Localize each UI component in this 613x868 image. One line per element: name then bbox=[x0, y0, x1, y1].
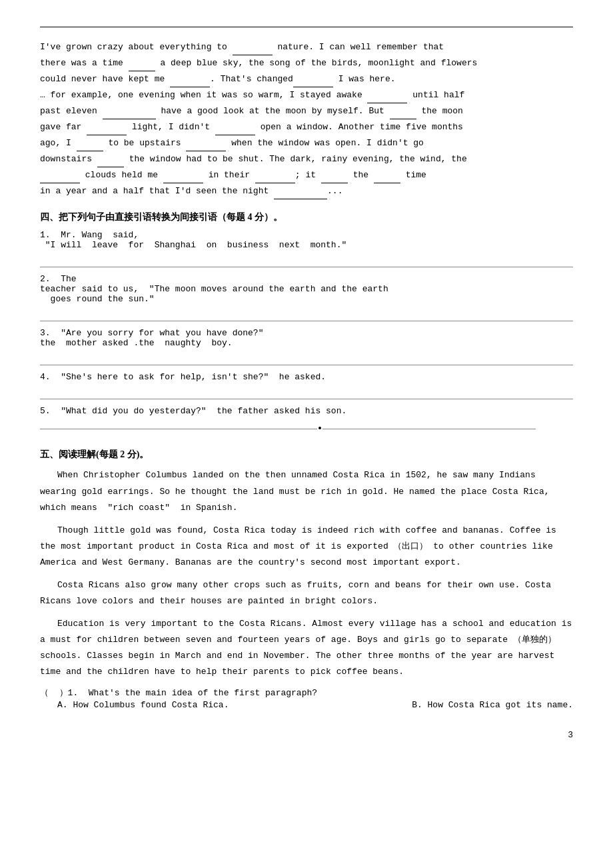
section4-title: 四、把下列句子由直接引语转换为间接引语（每题 4 分）。 bbox=[40, 211, 573, 223]
passage-block: I've grown crazy about everything to nat… bbox=[40, 39, 573, 199]
q4-3-answer bbox=[40, 351, 573, 365]
page-number: 3 bbox=[40, 730, 573, 740]
q4-5: 5. "What did you do yesterday?" the fath… bbox=[40, 406, 573, 416]
mc-option-b: B. How Costa Rica got its name. bbox=[412, 700, 573, 710]
top-line bbox=[40, 27, 573, 27]
q4-2-answer bbox=[40, 307, 573, 321]
mc-q1-options: A. How Columbus found Costa Rica. B. How… bbox=[40, 700, 573, 710]
passage-line2: there was a time a deep blue sky, the so… bbox=[40, 58, 477, 68]
q4-4: 4. "She's here to ask for help, isn't sh… bbox=[40, 372, 573, 382]
q4-1-label: 1. Mr. Wang said, bbox=[40, 230, 139, 240]
q4-2: 2. The teacher said to us, "The moon mov… bbox=[40, 274, 573, 304]
passage-line9: clouds held me in their ; it the time bbox=[40, 170, 426, 180]
passage-line4: … for example, one evening when it was s… bbox=[40, 90, 464, 100]
mc-q1: （ ）1. What's the main idea of the first … bbox=[40, 687, 573, 699]
q4-4-answer bbox=[40, 385, 573, 399]
passage-line6: gave far light, I didn't open a window. … bbox=[40, 122, 463, 132]
q4-1: 1. Mr. Wang said, "I will leave for Shan… bbox=[40, 230, 573, 250]
q4-2-text2: goes round the sun." bbox=[40, 294, 155, 304]
section4-block: 四、把下列句子由直接引语转换为间接引语（每题 4 分）。 1. Mr. Wang… bbox=[40, 211, 573, 429]
passage-line3: could never have kept me . That's change… bbox=[40, 74, 396, 84]
passage-line8: downstairs the window had to be shut. Th… bbox=[40, 154, 467, 164]
reading-para1: When Christopher Columbus landed on the … bbox=[40, 467, 573, 515]
passage-line1: I've grown crazy about everything to nat… bbox=[40, 42, 444, 52]
mc-q1-num: （ ）1. What's the main idea of the first … bbox=[40, 688, 317, 698]
q4-2-text: teacher said to us, "The moon moves arou… bbox=[40, 284, 388, 294]
passage-line5: past eleven have a good look at the moon… bbox=[40, 106, 463, 116]
q4-1-answer bbox=[40, 253, 573, 267]
mc-option-a: A. How Columbus found Costa Rica. bbox=[57, 700, 229, 710]
reading-para2: Though little gold was found, Costa Rica… bbox=[40, 523, 573, 571]
reading-para3: Costa Ricans also grow many other crops … bbox=[40, 577, 573, 609]
q4-3-label: 3. "Are you sorry for what you have done… bbox=[40, 328, 263, 338]
passage-line10: in a year and a half that I'd seen the n… bbox=[40, 186, 342, 196]
q4-3: 3. "Are you sorry for what you have done… bbox=[40, 328, 573, 348]
passage-line7: ago, I to be upstairs when the window wa… bbox=[40, 138, 424, 148]
q4-4-label: 4. "She's here to ask for help, isn't sh… bbox=[40, 372, 326, 382]
q4-5-answer bbox=[40, 419, 573, 429]
q4-5-label: 5. "What did you do yesterday?" the fath… bbox=[40, 406, 346, 416]
q4-3-sub: the mother asked .the naughty boy. bbox=[40, 338, 233, 348]
section5-block: 五、阅读理解(每题 2 分)。 When Christopher Columbu… bbox=[40, 449, 573, 710]
q4-2-label: 2. The bbox=[40, 274, 77, 284]
section5-title: 五、阅读理解(每题 2 分)。 bbox=[40, 449, 573, 461]
q4-1-quote: "I will leave for Shanghai on business n… bbox=[40, 240, 346, 250]
reading-para4: Education is very important to the Costa… bbox=[40, 616, 573, 680]
